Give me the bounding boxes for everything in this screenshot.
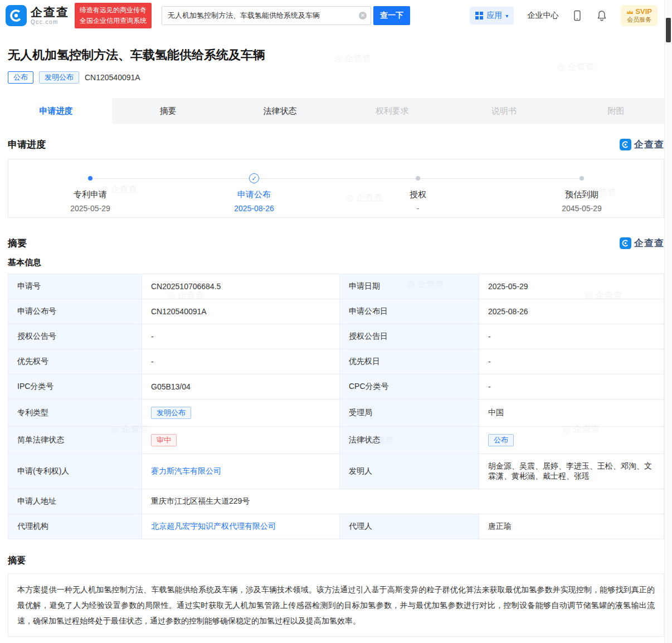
patent-number: CN120540091A: [85, 73, 140, 82]
search-button[interactable]: 查一下: [373, 6, 410, 25]
field-label: IPC分类号: [8, 374, 142, 400]
scrollbar-thumb[interactable]: [666, 18, 671, 42]
clear-icon[interactable]: ✕: [359, 12, 367, 20]
applicant-address: 重庆市江北区福生大道229号: [142, 489, 664, 514]
grid-icon: [475, 12, 483, 20]
search-box: ✕: [162, 6, 371, 25]
agent-name: 唐正瑜: [479, 514, 664, 539]
field-value: CN202510706684.5: [142, 274, 340, 299]
tab-description[interactable]: 说明书: [448, 98, 560, 124]
qcc-logo[interactable]: 企查查 Qcc.com: [6, 5, 69, 26]
applicant-company-link[interactable]: 赛力斯汽车有限公司: [151, 466, 221, 475]
page-title: 无人机加氢控制方法、车载氢能供给系统及车辆: [8, 47, 664, 64]
svip-sublabel: 会员服务: [626, 16, 652, 24]
page: ◎ 企查查 ◎ 企查查 ◎ 企查查 ◎ 企查查 ◎ 企查查 ◎ 企查查 ◎ 企查…: [0, 0, 672, 643]
milestone-dot: [88, 176, 92, 181]
brand-mark: 企查查: [620, 138, 664, 151]
brand-domain: Qcc.com: [31, 20, 69, 26]
apps-label: 应用: [486, 11, 502, 21]
mobile-app-icon[interactable]: [572, 10, 583, 21]
table-row: 代理机构 北京超凡宏宇知识产权代理有限公司 代理人 唐正瑜: [8, 514, 664, 539]
patent-tag-row: 公布 发明公布 CN120540091A: [8, 71, 664, 84]
tab-summary[interactable]: 摘要: [112, 98, 224, 124]
field-value: 发明公布: [142, 400, 340, 427]
field-label: 授权公告日: [340, 324, 479, 349]
milestone-label: 专利申请: [8, 189, 172, 200]
qcc-logo-icon: [620, 237, 631, 249]
search-bar: ✕ 查一下: [162, 6, 410, 25]
check-icon: ✓: [249, 173, 259, 183]
notification-bell-icon[interactable]: [596, 10, 607, 21]
field-label: 申请人地址: [8, 489, 142, 514]
field-label: 申请公布日: [340, 299, 479, 324]
field-label: 受理局: [340, 400, 479, 427]
field-value: 北京超凡宏宇知识产权代理有限公司: [142, 514, 340, 539]
field-value: 2025-08-26: [479, 299, 664, 324]
field-value: -: [142, 324, 340, 349]
enterprise-center-link[interactable]: 企业中心: [527, 11, 558, 21]
table-row: 授权公告号 - 授权公告日 -: [8, 324, 664, 349]
basic-info-table: 申请号 CN202510706684.5 申请日期 2025-05-29 申请公…: [8, 274, 664, 539]
field-label: 优先权号: [8, 349, 142, 374]
inventors-list: 胡金源、吴震、居婷、李进玉、王松、邓洵、文霖潇、黄彬涵、戴士程、张瑶: [479, 454, 664, 489]
table-row: 申请号 CN202510706684.5 申请日期 2025-05-29: [8, 274, 664, 299]
header: 企查查 Qcc.com 缔造有远见的商业传奇 全国企业信用查询系统 ✕ 查一下: [0, 0, 672, 31]
brand-mark: 企查查: [620, 237, 664, 250]
summary-heading: 摘要: [8, 237, 27, 250]
milestone-date: -: [336, 204, 500, 213]
milestone-dot: [416, 176, 420, 181]
qcc-logo-icon: [620, 139, 631, 150]
slogan-banner: 缔造有远见的商业传奇 全国企业信用查询系统: [75, 3, 152, 28]
field-value: G05B13/04: [142, 374, 340, 400]
table-row: 专利类型 发明公布 受理局 中国: [8, 400, 664, 427]
abstract-text: 本方案提供一种无人机加氢控制方法、车载氢能供给系统及车辆，涉及车辆技术领域。该方…: [8, 573, 664, 637]
tab-legal-status[interactable]: 法律状态: [224, 98, 336, 124]
field-value: 中国: [479, 400, 664, 427]
field-value: 审中: [142, 427, 340, 454]
abstract-heading: 摘要: [8, 555, 664, 567]
search-input[interactable]: [162, 6, 371, 25]
status-badge-publish: 公布: [8, 71, 33, 84]
table-row: 申请公布号 CN120540091A 申请公布日 2025-08-26: [8, 299, 664, 324]
milestone-estimated-expiry: 预估到期 2045-05-29: [500, 159, 664, 217]
field-value: 赛力斯汽车有限公司: [142, 454, 340, 489]
field-value: 公布: [479, 427, 664, 454]
status-badge-pending: 审中: [151, 434, 177, 446]
progress-heading: 申请进度: [8, 138, 46, 151]
table-row: 简单法律状态 审中 法律状态 公布: [8, 427, 664, 454]
milestone-publication: ✓ 申请公布 2025-08-26: [172, 159, 336, 217]
field-label: CPC分类号: [340, 374, 479, 400]
table-row: 申请(专利权)人 赛力斯汽车有限公司 发明人 胡金源、吴震、居婷、李进玉、王松、…: [8, 454, 664, 489]
field-label: 代理人: [340, 514, 479, 539]
tab-figures[interactable]: 附图: [560, 98, 672, 124]
brand-mark-text: 企查查: [634, 237, 664, 250]
status-badge-published: 公布: [488, 434, 514, 446]
field-label: 授权公告号: [8, 324, 142, 349]
milestone-date: 2025-08-26: [172, 204, 336, 213]
field-value: -: [479, 349, 664, 374]
agency-link[interactable]: 北京超凡宏宇知识产权代理有限公司: [151, 522, 276, 530]
milestone-date: 2045-05-29: [500, 204, 664, 213]
milestone-label: 申请公布: [172, 189, 336, 200]
svip-label: SVIP: [635, 7, 652, 16]
field-value: -: [142, 349, 340, 374]
brand-mark-text: 企查查: [634, 138, 664, 151]
milestone-patent-application: 专利申请 2025-05-29: [8, 159, 172, 217]
apps-menu[interactable]: 应用 ▾: [470, 7, 514, 25]
field-label: 申请公布号: [8, 299, 142, 324]
table-row: 申请人地址 重庆市江北区福生大道229号: [8, 489, 664, 514]
tab-application-progress[interactable]: 申请进度: [0, 98, 112, 124]
application-timeline: 专利申请 2025-05-29 ✓ 申请公布 2025-08-26 授权 - 预…: [8, 159, 664, 218]
type-badge-invention: 发明公布: [151, 407, 191, 419]
field-label: 申请日期: [340, 274, 479, 299]
field-value: -: [479, 324, 664, 349]
patent-title-section: 无人机加氢控制方法、车载氢能供给系统及车辆 公布 发明公布 CN12054009…: [0, 31, 672, 84]
svip-membership-badge[interactable]: SVIP 会员服务: [621, 5, 658, 26]
field-label: 代理机构: [8, 514, 142, 539]
table-row: IPC分类号 G05B13/04 CPC分类号 -: [8, 374, 664, 400]
chevron-down-icon: ▾: [505, 13, 508, 19]
tab-claims[interactable]: 权利要求: [336, 98, 448, 124]
milestone-label: 授权: [336, 189, 500, 200]
field-value: 2025-05-29: [479, 274, 664, 299]
slogan-line1: 缔造有远见的商业传奇: [80, 5, 147, 16]
